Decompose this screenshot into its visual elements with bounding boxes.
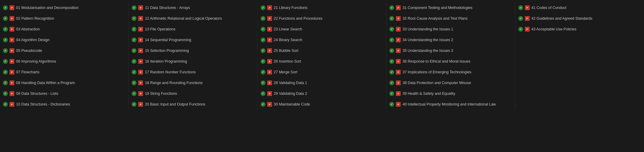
list-item[interactable]: ✓P25 Bubble Sort [258,45,386,56]
check-icon: ✓ [261,27,265,32]
list-item[interactable]: ✓P41 Codes of Conduct [515,2,644,13]
list-item[interactable]: ✓P36 Response to Ethical and Moral Issue… [386,56,515,67]
check-icon: ✓ [3,27,8,32]
check-icon: ✓ [261,16,265,21]
check-icon: ✓ [132,80,136,85]
item-label: 21 Library Functions [274,5,308,10]
item-label: 15 Selection Programming [145,48,189,53]
list-item[interactable]: ✓P33 Understanding the Issues 1 [386,24,515,35]
list-item[interactable]: ✓P12 Arithmetic Relational and Logical O… [129,13,257,24]
check-icon: ✓ [261,5,265,10]
list-item[interactable]: ✓P06 Improving Algorithms [0,56,128,67]
item-label: 08 Handling Data Within a Program [16,80,75,85]
powerpoint-icon: P [267,48,272,53]
list-item[interactable]: ✓P13 File Operations [129,24,257,35]
column-1: ✓P01 Modularisation and Decomposition✓P0… [0,2,129,110]
list-item[interactable]: ✓P27 Merge Sort [258,67,386,77]
check-icon: ✓ [389,102,394,107]
check-icon: ✓ [389,70,394,75]
list-item[interactable]: ✓P26 Insertion Sort [258,56,386,67]
item-label: 13 File Operations [145,27,175,32]
list-item[interactable]: ✓P32 Root Cause Analysis and Test Plans [386,13,515,24]
list-item[interactable]: ✓P31 Component Testing and Methodologies [386,2,515,13]
list-item[interactable]: ✓P14 Sequential Programming [129,35,257,45]
powerpoint-icon: P [138,27,143,32]
list-item[interactable]: ✓P09 Data Structures - Lists [0,88,128,99]
list-item[interactable]: ✓P30 Maintainable Code [258,99,386,110]
item-label: 37 Implications of Emerging Technologies [402,70,471,75]
powerpoint-icon: P [10,16,14,21]
item-label: 04 Algorithm Design [16,38,50,42]
course-grid: ✓P01 Modularisation and Decomposition✓P0… [0,0,644,112]
list-item[interactable]: ✓P04 Algorithm Design [0,35,128,45]
powerpoint-icon: P [138,48,143,53]
powerpoint-icon: P [396,80,401,85]
list-item[interactable]: ✓P35 Understanding the Issues 3 [386,45,515,56]
check-icon: ✓ [3,59,8,64]
list-item[interactable]: ✓P15 Selection Programming [129,45,257,56]
powerpoint-icon: P [10,70,14,75]
list-item[interactable]: ✓P21 Library Functions [258,2,386,13]
powerpoint-icon: P [396,27,401,32]
list-item[interactable]: ✓P34 Understanding the Issues 2 [386,35,515,45]
item-label: 33 Understanding the Issues 1 [402,27,453,32]
item-label: 43 Acceptable Use Policies [531,27,577,32]
list-item[interactable]: ✓P29 Validating Data 2 [258,88,386,99]
list-item[interactable]: ✓P37 Implications of Emerging Technologi… [386,67,515,77]
list-item[interactable]: ✓P11 Data Structures - Arrays [129,2,257,13]
list-item[interactable]: ✓P40 Intellectual Property Monitoring an… [386,99,515,110]
item-label: 05 Pseudocode [16,48,42,53]
powerpoint-icon: P [525,5,530,10]
list-item[interactable]: ✓P42 Guidelines and Agreed Standards [515,13,644,24]
list-item[interactable]: ✓P16 Iteration Programming [129,56,257,67]
list-item[interactable]: ✓P19 String Functions [129,88,257,99]
powerpoint-icon: P [10,27,14,32]
list-item[interactable]: ✓P24 Binary Search [258,35,386,45]
list-item[interactable]: ✓P18 Range and Rounding Functions [129,77,257,88]
list-item[interactable]: ✓P23 Linear Search [258,24,386,35]
list-item[interactable]: ✓P03 Abstraction [0,24,128,35]
column-3: ✓P21 Library Functions✓P22 Functions and… [258,2,386,110]
list-item[interactable]: ✓P43 Acceptable Use Policies [515,24,644,35]
check-icon: ✓ [518,5,523,10]
check-icon: ✓ [389,91,394,96]
check-icon: ✓ [518,27,523,32]
list-item[interactable]: ✓P17 Random Number Functions [129,67,257,77]
list-item[interactable]: ✓P22 Functions and Procedures [258,13,386,24]
powerpoint-icon: P [396,48,401,53]
list-item[interactable]: ✓P07 Flowcharts [0,67,128,77]
powerpoint-icon: P [267,5,272,10]
check-icon: ✓ [261,102,265,107]
check-icon: ✓ [3,70,8,75]
powerpoint-icon: P [10,48,14,53]
check-icon: ✓ [389,48,394,53]
item-label: 01 Modularisation and Decomposition [16,5,79,10]
list-item[interactable]: ✓P20 Basic Input and Output Functions [129,99,257,110]
item-label: 25 Bubble Sort [274,48,299,53]
item-label: 39 Health & Safety and Equality [402,91,455,96]
item-label: 22 Functions and Procedures [274,16,322,21]
list-item[interactable]: ✓P01 Modularisation and Decomposition [0,2,128,13]
powerpoint-icon: P [138,102,143,107]
check-icon: ✓ [261,80,265,85]
powerpoint-icon: P [138,91,143,96]
powerpoint-icon: P [138,70,143,75]
list-item[interactable]: ✓P38 Data Protection and Computer Misuse [386,77,515,88]
item-label: 19 String Functions [145,91,177,96]
list-item[interactable]: ✓P10 Data Structures - Dictionaries [0,99,128,110]
item-label: 02 Pattern Recognition [16,16,54,21]
list-item[interactable]: ✓P05 Pseudocode [0,45,128,56]
check-icon: ✓ [3,48,8,53]
item-label: 10 Data Structures - Dictionaries [16,102,70,107]
list-item[interactable]: ✓P02 Pattern Recognition [0,13,128,24]
check-icon: ✓ [389,80,394,85]
check-icon: ✓ [132,102,136,107]
column-5: ✓P41 Codes of Conduct✓P42 Guidelines and… [515,2,644,110]
list-item[interactable]: ✓P08 Handling Data Within a Program [0,77,128,88]
powerpoint-icon: P [10,59,14,64]
list-item[interactable]: ✓P39 Health & Safety and Equality [386,88,515,99]
check-icon: ✓ [132,16,136,21]
list-item[interactable]: ✓P28 Validating Data 1 [258,77,386,88]
item-label: 36 Response to Ethical and Moral Issues [402,59,470,64]
powerpoint-icon: P [396,70,401,75]
